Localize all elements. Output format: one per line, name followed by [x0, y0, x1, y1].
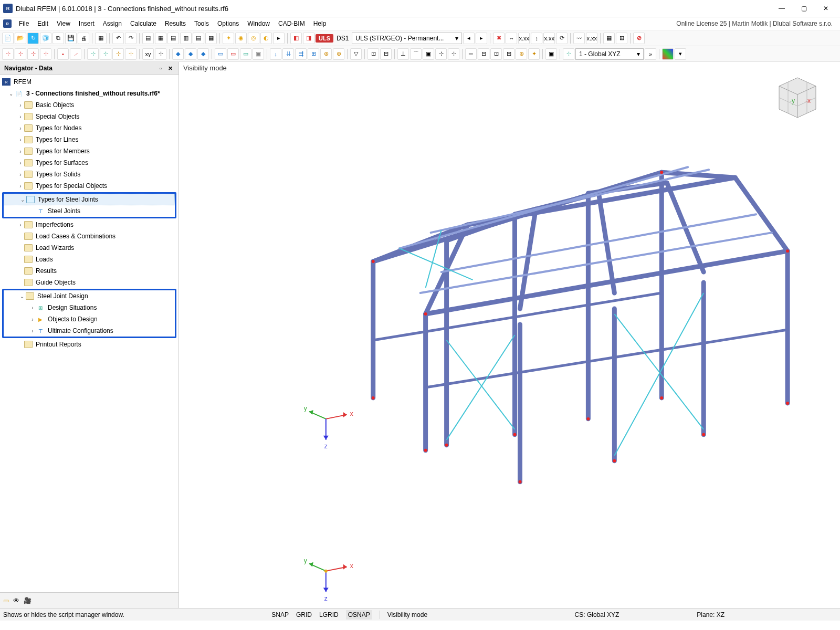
- tree-item-types-steel-joints[interactable]: ⌄Types for Steel Joints: [4, 194, 175, 205]
- tree-item[interactable]: ›Types for Special Objects: [0, 180, 178, 192]
- node-1-button[interactable]: •: [57, 48, 69, 60]
- model-button[interactable]: 🧊: [40, 33, 51, 44]
- tree-item-printout[interactable]: Printout Reports: [0, 339, 178, 350]
- view-6-button[interactable]: ✦: [528, 48, 540, 60]
- surf-1-button[interactable]: ▭: [215, 48, 226, 60]
- view-5-button[interactable]: ⊛: [516, 48, 527, 60]
- tree-file[interactable]: ⌄ 📄 3 - Connections finished_without res…: [0, 88, 178, 99]
- menu-view[interactable]: View: [52, 18, 75, 29]
- node-2-button[interactable]: ⟋: [70, 48, 81, 60]
- lc-2-button[interactable]: ◨: [303, 33, 314, 44]
- table-3-button[interactable]: ▤: [167, 33, 179, 44]
- render-2-button[interactable]: ⊞: [616, 33, 627, 44]
- cs-button[interactable]: ⊹: [563, 48, 574, 60]
- chevron-right-icon[interactable]: ›: [17, 114, 24, 120]
- global-cs-select[interactable]: 1 - Global XYZ▾: [575, 48, 644, 60]
- menu-help[interactable]: Help: [309, 18, 331, 29]
- sup-2-button[interactable]: ⌒: [410, 48, 422, 60]
- snap-1-button[interactable]: ◆: [172, 48, 184, 60]
- status-grid[interactable]: GRID: [296, 611, 312, 618]
- load-5-button[interactable]: ⊛: [320, 48, 332, 60]
- tree-item[interactable]: ›Imperfections: [0, 219, 178, 230]
- sel-2-button[interactable]: ⊹: [15, 48, 26, 60]
- table-4-button[interactable]: ▥: [180, 33, 192, 44]
- load-6-button[interactable]: ⊛: [333, 48, 344, 60]
- viewport-3d[interactable]: Visibility mode -y -x: [179, 62, 840, 608]
- dim-2-button[interactable]: x.xx: [518, 33, 530, 44]
- tree-item-steel-joints[interactable]: ⊤Steel Joints: [4, 205, 175, 217]
- view-2-button[interactable]: ⊟: [478, 48, 489, 60]
- mem-4-button[interactable]: ⊹: [125, 48, 136, 60]
- chevron-right-icon[interactable]: ›: [29, 328, 36, 334]
- move-obj-button[interactable]: ⊟: [380, 48, 392, 60]
- sel-3-button[interactable]: ⊹: [27, 48, 39, 60]
- chevron-right-icon[interactable]: ›: [17, 149, 24, 154]
- cancel-button[interactable]: ⊘: [633, 33, 645, 44]
- open-button[interactable]: 📂: [15, 33, 26, 44]
- calc-1-button[interactable]: ✦: [223, 33, 234, 44]
- navigator-float-button[interactable]: ▫: [156, 64, 165, 72]
- snap-2-button[interactable]: ◆: [185, 48, 196, 60]
- next-lc-button[interactable]: ▸: [476, 33, 487, 44]
- lc-1-button[interactable]: ◧: [290, 33, 302, 44]
- menu-results[interactable]: Results: [161, 18, 190, 29]
- save-button[interactable]: 💾: [65, 33, 77, 44]
- snap-3-button[interactable]: ◆: [197, 48, 209, 60]
- tree-item-ultimate-config[interactable]: ›⊤Ultimate Configurations: [4, 325, 175, 337]
- load-4-button[interactable]: ⊞: [308, 48, 319, 60]
- dim-6-button[interactable]: x.xx: [586, 33, 597, 44]
- tree-item[interactable]: ›Types for Members: [0, 145, 178, 157]
- axis-button[interactable]: ⊹: [155, 48, 166, 60]
- navigator-close-button[interactable]: ✕: [166, 64, 174, 72]
- calc-5-button[interactable]: ▸: [273, 33, 285, 44]
- menu-insert[interactable]: Insert: [75, 18, 99, 29]
- mem-2-button[interactable]: ⊹: [100, 48, 111, 60]
- close-button[interactable]: ✕: [815, 1, 837, 16]
- table-2-button[interactable]: ▦: [155, 33, 166, 44]
- menu-tools[interactable]: Tools: [190, 18, 213, 29]
- color-button[interactable]: [662, 48, 674, 60]
- tree-root[interactable]: R RFEM: [0, 76, 178, 88]
- load-3-button[interactable]: ⇶: [295, 48, 307, 60]
- prev-lc-button[interactable]: ◂: [463, 33, 475, 44]
- status-lgrid[interactable]: LGRID: [319, 611, 339, 618]
- surf-3-button[interactable]: ▭: [240, 48, 251, 60]
- load-1-button[interactable]: ↓: [270, 48, 281, 60]
- undo-button[interactable]: ↶: [112, 33, 124, 44]
- nav-tab-video-icon[interactable]: 🎥: [24, 597, 32, 604]
- chevron-down-icon[interactable]: ⌄: [7, 91, 15, 97]
- xy-button[interactable]: xy: [142, 48, 154, 60]
- menu-calculate[interactable]: Calculate: [126, 18, 161, 29]
- table-6-button[interactable]: ▦: [205, 33, 217, 44]
- menu-assign[interactable]: Assign: [99, 18, 126, 29]
- filter-button[interactable]: ▽: [350, 48, 362, 60]
- tree-item[interactable]: Guide Objects: [0, 277, 178, 288]
- redo-button[interactable]: ↷: [125, 33, 136, 44]
- block-button[interactable]: ▦: [95, 33, 107, 44]
- calc-3-button[interactable]: ◎: [248, 33, 259, 44]
- menu-edit[interactable]: Edit: [33, 18, 52, 29]
- nav-tab-data-icon[interactable]: ▭: [3, 597, 9, 604]
- menu-window[interactable]: Window: [243, 18, 274, 29]
- chevron-right-icon[interactable]: ›: [17, 102, 24, 108]
- nav-tab-view-icon[interactable]: 👁: [13, 597, 19, 604]
- sel-1-button[interactable]: ⊹: [2, 48, 14, 60]
- print-button[interactable]: 🖨: [78, 33, 89, 44]
- menu-cadbim[interactable]: CAD-BIM: [274, 18, 309, 29]
- tree-item[interactable]: Load Wizards: [0, 242, 178, 254]
- tree-item[interactable]: ›Special Objects: [0, 111, 178, 122]
- table-1-button[interactable]: ▤: [142, 33, 154, 44]
- new-button[interactable]: 📄: [2, 33, 14, 44]
- dim-1-button[interactable]: ↔: [506, 33, 517, 44]
- tree-item[interactable]: ›Types for Nodes: [0, 122, 178, 134]
- sup-3-button[interactable]: ▣: [423, 48, 434, 60]
- menu-file[interactable]: File: [15, 18, 33, 29]
- render-1-button[interactable]: ▦: [603, 33, 615, 44]
- tree-item-objects-to-design[interactable]: ›▶Objects to Design: [4, 313, 175, 325]
- mem-1-button[interactable]: ⊹: [87, 48, 99, 60]
- calc-4-button[interactable]: ◐: [260, 33, 272, 44]
- copy-button[interactable]: ⧉: [52, 33, 64, 44]
- tree-item[interactable]: Results: [0, 265, 178, 277]
- cs-next-button[interactable]: »: [645, 48, 656, 60]
- chevron-right-icon[interactable]: ›: [17, 172, 24, 177]
